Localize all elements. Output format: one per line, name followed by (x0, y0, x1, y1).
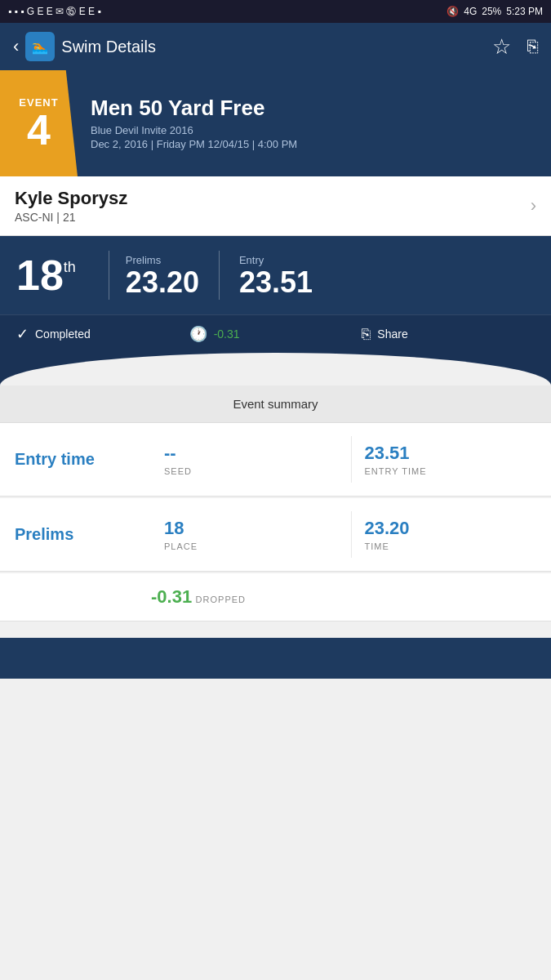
notification-icons: ▪ ▪ ▪ G E E ✉ ⑮ E E ▪ (8, 5, 101, 19)
share-action[interactable]: ⎘ Share (362, 326, 535, 343)
swimmer-icon: 🏊 (32, 39, 48, 55)
entry-time-row-content: -- SEED 23.51 ENTRY TIME (151, 423, 551, 496)
completed-action: ✓ Completed (16, 325, 189, 343)
time-change-value: -0.31 (214, 327, 240, 341)
entry-time-row-label: Entry time (0, 423, 151, 496)
divider-vertical-1 (109, 251, 109, 300)
athlete-details: ASC-NI | 21 (15, 211, 127, 224)
header-left: ‹ 🏊 Swim Details (13, 32, 156, 61)
athlete-age: 21 (63, 211, 76, 224)
entry-time-label: Entry time (15, 450, 95, 469)
event-name: Men 50 Yard Free (91, 96, 538, 120)
rank-number: 18 (16, 254, 64, 296)
signal-strength: 4G (464, 6, 477, 17)
bottom-bar (0, 638, 551, 679)
divider-vertical-2 (219, 251, 220, 300)
share-action-icon: ⎘ (362, 326, 371, 343)
status-right: 🔇 4G 25% 5:23 PM (447, 6, 543, 17)
entry-value: 23.51 (239, 268, 313, 297)
prelims-place-value: 18 (164, 518, 338, 539)
prelims-time-value: 23.20 (365, 518, 539, 539)
prelims-place-col: 18 PLACE (151, 511, 351, 558)
prelims-time-col: 23.20 TIME (351, 511, 552, 558)
entry-time-sub: ENTRY TIME (365, 466, 539, 476)
entry-block: Entry 23.51 (239, 254, 313, 297)
prelims-label: Prelims (126, 254, 199, 266)
entry-seed-value: -- (164, 443, 338, 464)
entry-time-summary-row: Entry time -- SEED 23.51 ENTRY TIME (0, 423, 551, 497)
dropped-value: -0.31 (151, 586, 192, 607)
time-change-action: 🕐 -0.31 (189, 325, 362, 343)
favorite-icon[interactable]: ☆ (492, 34, 511, 60)
prelims-label-text: Prelims (15, 525, 73, 544)
dropped-sub: DROPPED (196, 595, 246, 604)
summary-title: Event summary (233, 397, 318, 411)
athlete-club: ASC-NI (15, 211, 53, 224)
checkmark-icon: ✓ (16, 325, 29, 343)
prelims-time-sub: TIME (365, 541, 539, 551)
prelims-summary-row: Prelims 18 PLACE 23.20 TIME (0, 498, 551, 572)
athlete-row[interactable]: Kyle Sporysz ASC-NI | 21 › (0, 176, 551, 236)
event-meet-name: Blue Devil Invite 2016 (91, 124, 538, 136)
dropped-row: -0.31 DROPPED (0, 573, 551, 621)
event-number-block: EVENT 4 (0, 70, 78, 176)
share-label: Share (377, 327, 407, 341)
chevron-right-icon: › (531, 195, 536, 216)
header-action-icons: ☆ ⎘ (492, 34, 538, 60)
event-number: 4 (27, 109, 51, 151)
app-header: ‹ 🏊 Swim Details ☆ ⎘ (0, 23, 551, 70)
prelims-place-sub: PLACE (164, 541, 338, 551)
meet-logo: 🏊 (25, 32, 55, 61)
back-button[interactable]: ‹ (13, 36, 19, 57)
athlete-info: Kyle Sporysz ASC-NI | 21 (15, 188, 127, 224)
wave-divider (0, 353, 551, 385)
entry-time-value-col: 23.51 ENTRY TIME (351, 436, 552, 483)
event-date: Dec 2, 2016 | Friday PM 12/04/15 | 4:00 … (91, 138, 538, 150)
athlete-name: Kyle Sporysz (15, 188, 127, 209)
prelims-row-content: 18 PLACE 23.20 TIME (151, 498, 551, 571)
status-bar: ▪ ▪ ▪ G E E ✉ ⑮ E E ▪ 🔇 4G 25% 5:23 PM (0, 0, 551, 23)
prelims-row-label: Prelims (0, 498, 151, 571)
completed-label: Completed (35, 327, 91, 341)
event-info: Men 50 Yard Free Blue Devil Invite 2016 … (78, 70, 551, 176)
entry-label: Entry (239, 254, 313, 266)
status-icons: ▪ ▪ ▪ G E E ✉ ⑮ E E ▪ (8, 5, 101, 19)
rank-block: 18 th (16, 254, 76, 296)
rank-suffix: th (64, 259, 76, 276)
share-icon[interactable]: ⎘ (527, 36, 538, 57)
clock: 5:23 PM (506, 6, 543, 17)
event-card: EVENT 4 Men 50 Yard Free Blue Devil Invi… (0, 70, 551, 176)
action-bar: ✓ Completed 🕐 -0.31 ⎘ Share (0, 314, 551, 353)
clock-icon: 🕐 (189, 325, 207, 343)
battery-level: 25% (482, 6, 501, 17)
prelims-value: 23.20 (126, 268, 199, 297)
stats-row: 18 th Prelims 23.20 Entry 23.51 (0, 236, 551, 314)
entry-time-seed-col: -- SEED (151, 436, 351, 483)
summary-header: Event summary (0, 385, 551, 423)
page-title: Swim Details (61, 38, 156, 56)
athlete-separator: | (56, 211, 63, 224)
prelims-block: Prelims 23.20 (126, 254, 199, 297)
entry-seed-sub: SEED (164, 466, 338, 476)
mute-icon: 🔇 (447, 6, 459, 17)
entry-time-value: 23.51 (365, 443, 539, 464)
summary-section: Event summary Entry time -- SEED 23.51 E… (0, 385, 551, 638)
